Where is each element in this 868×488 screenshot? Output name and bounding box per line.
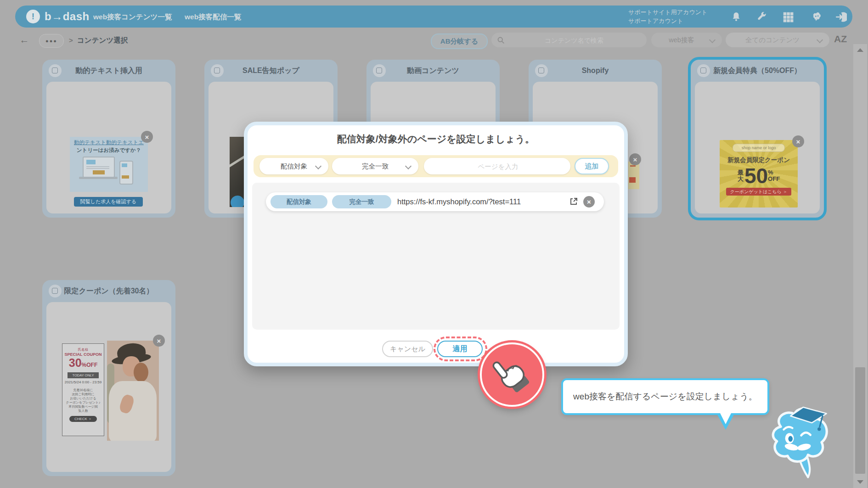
shop-name-pill: shop name or logo	[733, 144, 785, 152]
card-title: 動的テキスト挿入用	[42, 60, 175, 82]
search-input[interactable]	[509, 33, 639, 48]
chevron-down-icon	[817, 37, 823, 43]
bdash-logo[interactable]: b→dash	[45, 10, 90, 23]
scrollbar-up-arrow[interactable]	[857, 48, 863, 52]
add-rule-button[interactable]: 追加	[575, 158, 609, 174]
rule-match-chip: 完全一致	[332, 195, 391, 208]
card-title: 新規会員特典（50%OFF）	[691, 60, 824, 82]
match-type-select[interactable]: 完全一致	[332, 158, 418, 174]
back-button[interactable]: ←	[17, 33, 31, 47]
rule-row: 配信対象 完全一致 https://fs-kf.myshopify.com/?t…	[266, 192, 604, 211]
scrollbar-thumb[interactable]	[855, 367, 865, 474]
card-title: 動画コンテンツ	[366, 60, 500, 82]
logout-icon[interactable]	[835, 11, 847, 23]
coupon-max: 最大	[738, 169, 744, 182]
wrench-icon[interactable]	[756, 11, 768, 23]
top-navbar: ! b→dash web接客コンテンツ一覧 web接客配信一覧 サポートサイト用…	[15, 6, 852, 28]
page-url-input[interactable]	[424, 158, 572, 175]
assistant-mascot-icon[interactable]	[811, 11, 823, 23]
page-url-field[interactable]	[424, 158, 570, 174]
content-filter-dropdown[interactable]: 全てのコンテンツ	[726, 33, 829, 47]
laptop-illustration	[83, 157, 115, 178]
rule-builder-bar: 配信対象 完全一致 追加	[254, 155, 618, 177]
card-title: 限定クーポン（先着30名）	[42, 280, 175, 302]
preview-close-icon: ×	[792, 135, 804, 147]
rule-url: https://fs-kf.myshopify.com/?test=111	[397, 192, 521, 211]
preview-close-icon: ×	[153, 335, 165, 347]
laptop-base	[79, 177, 118, 179]
bdash-logo-icon: !	[26, 10, 40, 23]
breadcrumb: コンテンツ選択	[77, 36, 128, 45]
type-filter-dropdown[interactable]: web接客	[651, 33, 722, 47]
nav-item-web-contents[interactable]: web接客コンテンツ一覧	[93, 12, 172, 22]
preview-coupon-panel: 氏名様 SPECIAL COUPON 30%OFF TODAY ONLY 202…	[62, 343, 104, 436]
scrollbar-down-arrow[interactable]	[857, 480, 863, 484]
rule-target-chip: 配信対象	[271, 195, 327, 208]
coachmark-cursor	[480, 342, 544, 407]
hand-pointer-icon	[491, 353, 533, 396]
coupon-cta: クーポンゲットはこちら ＞	[726, 188, 791, 196]
open-url-icon[interactable]	[569, 197, 578, 206]
apps-grid-icon[interactable]	[782, 11, 794, 23]
apply-button[interactable]: 適用	[437, 341, 483, 357]
nav-item-web-deliveries[interactable]: web接客配信一覧	[185, 12, 241, 22]
cancel-button[interactable]: キャンセル	[382, 341, 433, 357]
chevron-down-icon	[709, 37, 716, 43]
more-steps-button[interactable]: ●●●	[39, 34, 64, 48]
card-title: Shopify	[529, 60, 662, 82]
preview-cta-button: 閲覧した求人を確認する	[74, 197, 143, 207]
phone-illustration	[119, 161, 133, 185]
coachmark-tooltip: web接客を配信するページを設定しましょう。	[561, 378, 769, 415]
preview-close-icon: ×	[141, 131, 153, 143]
ab-branch-button[interactable]: AB分岐する	[431, 34, 488, 49]
bell-icon[interactable]	[730, 11, 742, 23]
preview-link-text: 動的テキスト動的テキストエ	[70, 139, 148, 146]
content-search-box	[491, 33, 647, 47]
card-title: SALE告知ポップ	[204, 60, 338, 82]
tooltip-text: web接客を配信するページを設定しましょう。	[563, 380, 767, 413]
app-screen: ! b→dash web接客コンテンツ一覧 web接客配信一覧 サポートサイト用…	[0, 0, 868, 488]
coupon-headline: 新規会員限定クーポン	[720, 156, 798, 164]
target-select[interactable]: 配信対象	[259, 158, 328, 174]
preview-close-icon: ×	[629, 153, 641, 165]
breadcrumb-separator: >	[69, 36, 73, 44]
sort-az-button[interactable]: AZ	[834, 34, 847, 45]
coupon-amount: 50	[744, 165, 768, 186]
page-target-settings-modal: 配信対象/対象外のページを設定しましょう。 配信対象 完全一致 追加 配信対象 …	[244, 122, 628, 366]
account-info: サポートサイト用アカウント サポートアカウント	[628, 8, 707, 25]
preview-partial	[628, 162, 639, 189]
preview-model-photo	[107, 341, 159, 441]
modal-title: 配信対象/対象外のページを設定しましょう。	[248, 133, 624, 146]
assistant-mascot[interactable]	[760, 398, 834, 481]
preview-text: ントリーはお済みですか？	[70, 147, 148, 154]
remove-rule-button[interactable]: ×	[583, 196, 595, 208]
preview-coupon-banner: shop name or logo 新規会員限定クーポン 最大 50 %OFF …	[720, 140, 798, 208]
